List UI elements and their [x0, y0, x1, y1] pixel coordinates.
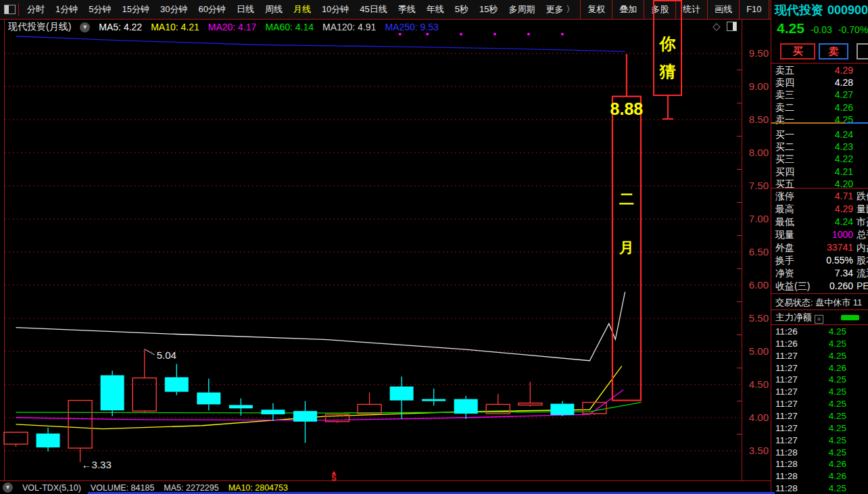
tool-button-复权[interactable]: 复权 [580, 0, 612, 19]
svg-text:3.50: 3.50 [749, 445, 769, 456]
ma-lines [16, 33, 642, 429]
tool-button-F10[interactable]: F10 [739, 0, 768, 19]
stat-label: 涨停 [775, 191, 794, 203]
period-tab-5秒[interactable]: 5秒 [450, 0, 474, 19]
stat-label-2: 市盈 [857, 216, 868, 228]
month-annotation: 二 [619, 191, 634, 207]
candle-down [165, 377, 189, 392]
level-label: 买一 [775, 129, 794, 141]
stat-value: 4.24 [835, 216, 853, 227]
candlestick-chart[interactable]: 9.509.008.508.007.507.006.506.005.505.00… [0, 0, 771, 494]
period-tab-5分钟[interactable]: 5分钟 [83, 0, 116, 19]
trade-time: 11:27 [775, 387, 798, 397]
dot-marker [399, 33, 402, 36]
period-tab-15秒[interactable]: 15秒 [474, 0, 503, 19]
level-label: 卖三 [775, 89, 794, 101]
period-tab-更多 〉[interactable]: 更多 〉 [541, 0, 581, 19]
period-tab-10分钟[interactable]: 10分钟 [316, 0, 354, 19]
candle-down [37, 434, 60, 448]
tool-button-统计[interactable]: 统计 [675, 0, 707, 19]
level-label: 买五 [775, 178, 794, 191]
trade-price: 4.25 [829, 351, 846, 361]
candle-down [390, 387, 414, 401]
candle-up [486, 404, 510, 414]
level-label: 卖五 [775, 65, 794, 77]
buy-button[interactable]: 买 [780, 43, 815, 59]
candle-up [612, 97, 641, 401]
period-tab-多周期[interactable]: 多周期 [504, 0, 541, 19]
chevron-down-icon[interactable]: ▼ [3, 483, 13, 493]
chevron-down-icon[interactable]: ▼ [80, 22, 90, 32]
trade-time: 11:28 [775, 483, 798, 493]
period-tab-分时[interactable]: 分时 [22, 0, 50, 19]
stat-label-2: 跌停 [857, 191, 868, 203]
svg-text:5.00: 5.00 [749, 345, 769, 357]
candle-up [4, 433, 28, 445]
volume-indicator-name[interactable]: VOL-TDX(5,10) [22, 483, 81, 493]
level-label: 买三 [775, 153, 794, 166]
level-price: 4.29 [835, 65, 853, 76]
stat-value: 0.55% [826, 255, 853, 266]
stock-code: 000900 [827, 3, 868, 17]
level-label: 卖二 [775, 102, 794, 114]
period-tab-月线[interactable]: 月线 [288, 0, 316, 19]
trade-time: 11:27 [775, 411, 798, 421]
level-price: 4.21 [835, 166, 853, 177]
ma-legend-item: MA10: 4.21 [151, 22, 199, 32]
period-tab-日线[interactable]: 日线 [231, 0, 260, 19]
ma-legend-item: MA120: 4.91 [322, 22, 376, 32]
extra-button[interactable] [857, 43, 868, 59]
period-tab-季线[interactable]: 季线 [393, 0, 421, 19]
candle-down [101, 375, 124, 410]
trade-price: 4.26 [829, 471, 846, 481]
stat-value: 4.71 [835, 191, 853, 201]
svg-text:7.50: 7.50 [749, 180, 769, 191]
trade-price: 4.26 [829, 459, 846, 469]
period-tab-1分钟[interactable]: 1分钟 [50, 0, 83, 19]
trade-price: 4.25 [829, 374, 846, 385]
diamond-icon[interactable]: ◇ [713, 20, 721, 32]
candle-down [422, 399, 445, 401]
main-flow-row[interactable]: 主力净额≡ [775, 312, 823, 324]
stat-value: 33741 [827, 242, 853, 253]
svg-text:9.50: 9.50 [749, 47, 769, 59]
level-price: 4.28 [835, 77, 853, 88]
ma-legend-item: MA60: 4.14 [265, 22, 314, 32]
month-annotation: 月 [619, 239, 634, 256]
tool-button-画线[interactable]: 画线 [707, 0, 739, 19]
price-row: 4.25 -0.03 -0.70% [777, 20, 868, 36]
stat-label: 最低 [775, 216, 794, 228]
period-tab-周线[interactable]: 周线 [260, 0, 288, 19]
stat-label-2: 量比 [857, 203, 868, 216]
ma-line-MA250 [16, 36, 625, 52]
tool-button-叠加[interactable]: 叠加 [612, 0, 644, 19]
period-tab-30分钟[interactable]: 30分钟 [155, 0, 193, 19]
window-icon[interactable] [4, 5, 16, 14]
period-tab-60分钟[interactable]: 60分钟 [193, 0, 231, 19]
stat-label: 换手 [775, 255, 794, 267]
svg-text:8.50: 8.50 [749, 114, 769, 125]
split-pane-icon[interactable] [727, 22, 737, 31]
sell-button[interactable]: 卖 [819, 43, 848, 59]
level-label: 买四 [775, 166, 794, 178]
period-tab-45日线[interactable]: 45日线 [354, 0, 392, 19]
dot-marker [527, 33, 530, 36]
volume-ma5: MA5: 2272295 [164, 483, 218, 493]
main-flow-bar [841, 315, 859, 320]
period-tabs: 分时1分钟5分钟15分钟30分钟60分钟日线周线月线10分钟45日线季线年线5秒… [22, 0, 580, 19]
dot-marker [561, 33, 564, 36]
trade-price: 4.25 [829, 387, 846, 397]
tool-button-多股[interactable]: 多股 [644, 0, 675, 19]
svg-text:9.00: 9.00 [749, 80, 769, 92]
trade-time: 11:26 [775, 339, 798, 349]
candle-down [550, 403, 574, 415]
trade-time: 11:28 [775, 447, 798, 458]
ma-legend-item: MA250: 9.53 [385, 22, 438, 32]
sell-marker-arrow [332, 471, 337, 475]
svg-text:5.50: 5.50 [749, 312, 769, 324]
stock-name: 现代投资 [775, 3, 823, 17]
drawn-price-label: 8.88 [610, 99, 644, 118]
period-tab-年线[interactable]: 年线 [421, 0, 450, 19]
volume-ma10: MA10: 2804753 [228, 483, 288, 493]
period-tab-15分钟[interactable]: 15分钟 [116, 0, 154, 19]
